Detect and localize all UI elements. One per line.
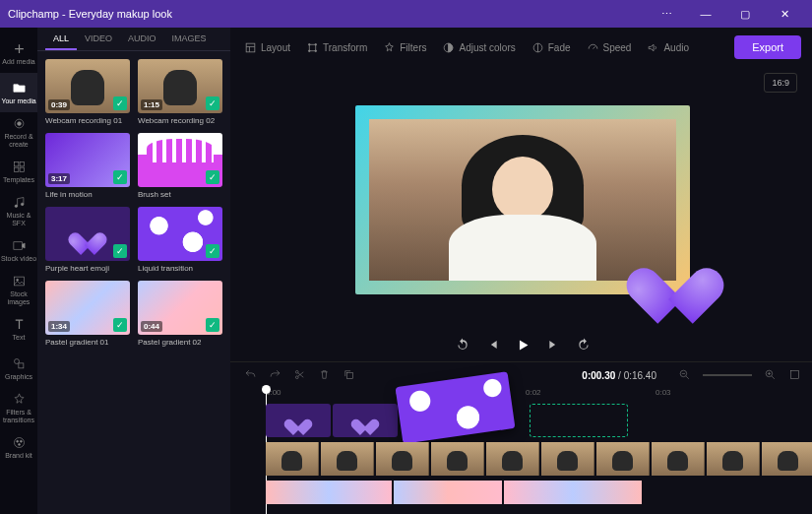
project-name: Everyday makup look: [69, 8, 172, 20]
media-duration: 3:17: [48, 173, 70, 184]
clip-heart-2[interactable]: [333, 404, 398, 437]
prev-frame-button[interactable]: [485, 338, 499, 355]
video-track[interactable]: [266, 442, 812, 476]
window-menu-button[interactable]: ⋯: [647, 8, 686, 21]
rail-filters-transitions[interactable]: Filters & transitions: [0, 388, 37, 427]
zoom-fit-button[interactable]: [788, 368, 801, 383]
skip-back-5-button[interactable]: [456, 338, 469, 355]
media-thumb[interactable]: 3:17✓: [45, 133, 130, 187]
video-frame[interactable]: [266, 442, 319, 476]
tool-audio[interactable]: Audio: [647, 41, 689, 54]
svg-rect-4: [14, 167, 18, 171]
timecode: 0:00.30 / 0:16.40: [582, 370, 656, 381]
media-name: Brush set: [138, 190, 222, 199]
drop-target[interactable]: [530, 404, 628, 437]
media-duration: 0:44: [141, 321, 162, 332]
media-thumb[interactable]: 0:44✓: [138, 281, 222, 335]
zoom-slider[interactable]: [703, 374, 752, 376]
tool-adjust-colors[interactable]: Adjust colors: [442, 41, 515, 54]
media-item[interactable]: 0:39✓Webcam recording 01: [45, 59, 130, 125]
titlebar: Clipchamp - Everyday makup look ⋯ — ▢ ✕: [0, 0, 812, 28]
media-item[interactable]: 0:44✓Pastel gradient 02: [138, 281, 222, 347]
duplicate-button[interactable]: [343, 368, 355, 383]
svg-point-26: [295, 375, 298, 378]
media-duration: 0:39: [48, 99, 70, 110]
svg-point-6: [15, 205, 18, 208]
overlay-track[interactable]: [266, 404, 812, 437]
window-minimize-button[interactable]: —: [686, 8, 725, 20]
tab-audio[interactable]: AUDIO: [120, 28, 164, 50]
media-item[interactable]: 1:15✓Webcam recording 02: [138, 59, 222, 125]
media-duration: 1:15: [141, 99, 162, 110]
svg-rect-27: [346, 372, 352, 378]
next-frame-button[interactable]: [547, 338, 561, 355]
window-close-button[interactable]: ✕: [765, 8, 804, 21]
svg-rect-17: [246, 43, 255, 52]
timeline: 0:00.30 / 0:16.40 0:00 0:01 0:02 0:03: [230, 361, 812, 514]
tool-filters[interactable]: Filters: [383, 41, 426, 54]
rail-your-media[interactable]: Your media: [0, 73, 37, 112]
gradient-clip-1[interactable]: [266, 481, 392, 504]
aspect-ratio-button[interactable]: 16:9: [764, 73, 797, 93]
media-thumb[interactable]: 1:15✓: [138, 59, 222, 113]
media-thumb[interactable]: ✓.t-he .mini::before,.t-he .mini::after{…: [45, 207, 130, 261]
media-item[interactable]: ✓Brush set: [138, 133, 222, 199]
media-thumb[interactable]: 1:34✓: [45, 281, 130, 335]
tool-transform[interactable]: Transform: [306, 41, 367, 54]
tab-video[interactable]: VIDEO: [77, 28, 120, 50]
rail-text[interactable]: Text: [0, 309, 37, 349]
redo-button[interactable]: [269, 368, 281, 383]
undo-button[interactable]: [244, 368, 257, 383]
delete-button[interactable]: [318, 368, 331, 383]
rail-templates[interactable]: Templates: [0, 152, 37, 191]
window-maximize-button[interactable]: ▢: [725, 8, 765, 21]
media-item[interactable]: 1:34✓Pastel gradient 01: [45, 281, 130, 347]
rail-stock-video[interactable]: Stock video: [0, 230, 37, 270]
tool-layout[interactable]: Layout: [244, 41, 290, 54]
heart-overlay[interactable]: [641, 240, 710, 309]
zoom-out-button[interactable]: [678, 368, 691, 383]
tab-all[interactable]: ALL: [45, 28, 77, 50]
tab-images[interactable]: IMAGES: [164, 28, 215, 50]
gradient-clip-2[interactable]: [394, 481, 502, 504]
media-item[interactable]: ✓.t-he .mini::before,.t-he .mini::after{…: [45, 207, 130, 273]
gradient-clip-3[interactable]: [504, 481, 642, 504]
rail-brand-kit[interactable]: Brand kit: [0, 427, 37, 467]
rail-add-media[interactable]: Add media: [0, 33, 37, 73]
split-button[interactable]: [293, 368, 306, 383]
media-thumb[interactable]: ✓: [138, 133, 222, 187]
clip-heart-1[interactable]: [266, 404, 331, 437]
svg-point-20: [315, 43, 317, 45]
rail-music[interactable]: Music & SFX: [0, 191, 37, 230]
svg-rect-3: [20, 161, 24, 165]
play-button[interactable]: [515, 337, 531, 357]
svg-point-22: [315, 49, 317, 51]
svg-rect-8: [13, 241, 22, 249]
playback-controls: [230, 332, 812, 361]
rail-stock-images[interactable]: Stock images: [0, 270, 37, 309]
toolbar: Layout Transform Filters Adjust colors F…: [230, 28, 812, 67]
media-name: Webcam recording 01: [45, 116, 130, 125]
check-icon: ✓: [113, 318, 127, 332]
zoom-in-button[interactable]: [764, 368, 777, 383]
timeline-ruler[interactable]: 0:00 0:01 0:02 0:03: [230, 388, 812, 404]
svg-rect-18: [309, 44, 316, 51]
rail-record[interactable]: Record & create: [0, 112, 37, 152]
check-icon: ✓: [206, 244, 219, 258]
export-button[interactable]: Export: [734, 35, 801, 59]
preview-canvas[interactable]: [355, 105, 690, 294]
media-item[interactable]: 3:17✓Life in motion: [45, 133, 130, 199]
background-track[interactable]: [266, 481, 812, 504]
rail-graphics[interactable]: Graphics: [0, 349, 37, 388]
check-icon: ✓: [113, 96, 127, 110]
media-name: Life in motion: [45, 190, 130, 199]
tracks[interactable]: [230, 404, 812, 514]
tool-fade[interactable]: Fade: [531, 41, 571, 54]
svg-point-14: [16, 440, 18, 442]
media-thumb[interactable]: ✓: [138, 207, 222, 261]
skip-fwd-5-button[interactable]: [577, 338, 591, 355]
media-grid: 0:39✓Webcam recording 011:15✓Webcam reco…: [37, 51, 230, 354]
media-item[interactable]: ✓Liquid transition: [138, 207, 222, 273]
tool-speed[interactable]: Speed: [587, 41, 632, 54]
media-thumb[interactable]: 0:39✓: [45, 59, 130, 113]
